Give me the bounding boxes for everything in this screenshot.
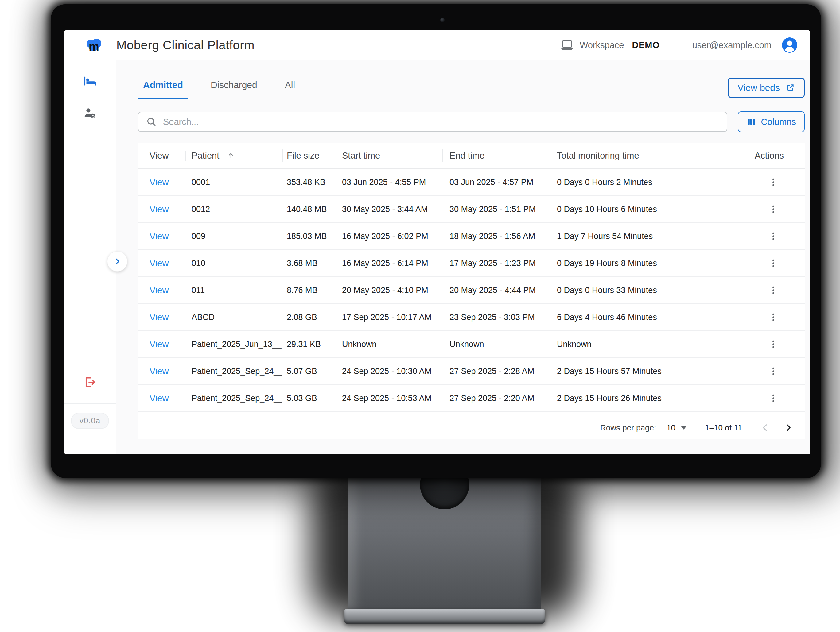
sidebar-bottom: v0.0a <box>64 375 116 454</box>
table-footer: Rows per page: 10 1–10 of 11 <box>138 416 805 439</box>
view-link[interactable]: View <box>150 258 169 268</box>
kebab-menu-icon <box>768 285 778 295</box>
end-time-cell: 03 Jun 2025 - 4:57 PM <box>442 178 549 187</box>
table-row: View Patient_2025_Jun_13__… 29.31 KB Unk… <box>138 331 805 358</box>
table-row: View 0012 140.48 MB 30 May 2025 - 3:44 A… <box>138 196 805 223</box>
row-actions-button[interactable] <box>766 282 781 298</box>
file-size-cell: 5.03 GB <box>283 394 335 403</box>
total-time-cell: 6 Days 4 Hours 46 Minutes <box>549 313 737 322</box>
search-row: Columns <box>138 111 805 132</box>
row-actions-button[interactable] <box>766 175 781 190</box>
sidebar-divider <box>64 403 116 404</box>
svg-text:m: m <box>89 40 99 52</box>
table-row: View 011 8.76 MB 20 May 2025 - 4:10 PM 2… <box>138 277 805 304</box>
main-content: Admitted Discharged All View beds <box>116 60 810 454</box>
view-link[interactable]: View <box>150 177 169 187</box>
table-row: View 010 3.68 MB 16 May 2025 - 6:14 PM 1… <box>138 250 805 277</box>
total-time-cell: 1 Day 7 Hours 54 Minutes <box>549 232 737 241</box>
monitor-stand-base <box>344 609 545 624</box>
view-link[interactable]: View <box>150 285 169 295</box>
search-box <box>138 112 727 132</box>
moberg-logo-icon: m <box>84 38 103 52</box>
rows-per-page-label: Rows per page: <box>600 423 656 433</box>
column-header-end-time[interactable]: End time <box>442 151 549 161</box>
app-header: m Moberg Clinical Platform Workspace DEM… <box>64 30 810 60</box>
total-time-cell: 0 Days 0 Hours 33 Minutes <box>549 285 737 295</box>
rows-per-page-select[interactable]: 10 <box>666 423 687 433</box>
table-row: View 009 185.03 MB 16 May 2025 - 6:02 PM… <box>138 223 805 250</box>
kebab-menu-icon <box>768 312 778 322</box>
chevron-right-icon <box>783 422 794 433</box>
bed-icon <box>83 74 97 88</box>
user-settings-icon <box>83 106 97 120</box>
kebab-menu-icon <box>768 177 778 188</box>
file-size-cell: 8.76 MB <box>283 285 335 295</box>
patient-cell: 011 <box>185 285 283 295</box>
file-size-cell: 3.68 MB <box>283 258 335 268</box>
column-header-patient-label: Patient <box>191 151 219 161</box>
version-badge: v0.0a <box>71 413 109 429</box>
patient-cell: 0012 <box>185 205 283 214</box>
column-header-file-size[interactable]: File size <box>283 151 335 161</box>
start-time-cell: 24 Sep 2025 - 10:53 AM <box>335 394 442 403</box>
partial-row <box>138 412 805 416</box>
column-header-total-time[interactable]: Total monitoring time <box>549 151 737 161</box>
user-avatar[interactable] <box>782 38 797 53</box>
search-input[interactable] <box>163 117 719 127</box>
sidebar-item-user-management[interactable] <box>83 106 97 120</box>
row-actions-button[interactable] <box>766 364 781 379</box>
row-actions-button[interactable] <box>766 229 781 244</box>
patients-table: View Patient File size Start time End ti… <box>138 143 805 439</box>
view-link[interactable]: View <box>150 393 169 403</box>
start-time-cell: Unknown <box>335 340 442 349</box>
row-actions-button[interactable] <box>766 391 781 406</box>
logout-button[interactable] <box>83 375 97 389</box>
table-row: View ABCD 2.08 GB 17 Sep 2025 - 10:17 AM… <box>138 304 805 331</box>
kebab-menu-icon <box>768 339 778 350</box>
pagination-range: 1–10 of 11 <box>705 423 742 433</box>
webcam-dot <box>440 18 445 22</box>
view-beds-label: View beds <box>737 82 780 93</box>
chevron-right-icon <box>113 257 122 266</box>
monitor-bezel: m Moberg Clinical Platform Workspace DEM… <box>51 4 821 478</box>
workspace-name: DEMO <box>632 40 660 50</box>
tab-discharged[interactable]: Discharged <box>205 80 262 99</box>
next-page-button[interactable] <box>782 421 796 435</box>
view-link[interactable]: View <box>150 204 169 214</box>
caret-down-icon <box>681 426 687 430</box>
patient-cell: ABCD <box>185 313 283 322</box>
row-actions-button[interactable] <box>766 255 781 271</box>
columns-button[interactable]: Columns <box>738 111 805 132</box>
end-time-cell: 17 May 2025 - 1:23 PM <box>442 258 549 268</box>
total-time-cell: 2 Days 15 Hours 26 Minutes <box>549 394 737 403</box>
sidebar-expand-button[interactable] <box>107 251 128 271</box>
kebab-menu-icon <box>768 204 778 214</box>
sort-ascending-icon <box>227 151 235 160</box>
view-link[interactable]: View <box>150 312 169 322</box>
column-header-view[interactable]: View <box>138 151 185 161</box>
total-time-cell: 0 Days 0 Hours 2 Minutes <box>549 178 737 187</box>
column-header-start-time[interactable]: Start time <box>335 151 442 161</box>
tab-admitted[interactable]: Admitted <box>138 80 188 99</box>
row-actions-button[interactable] <box>766 337 781 352</box>
tabs-row: Admitted Discharged All View beds <box>138 77 805 101</box>
columns-label: Columns <box>761 117 796 127</box>
end-time-cell: 18 May 2025 - 1:56 AM <box>442 232 549 241</box>
patient-cell: Patient_2025_Sep_24__… <box>185 367 283 376</box>
sidebar-item-beds[interactable] <box>83 74 97 88</box>
column-header-patient[interactable]: Patient <box>185 151 283 161</box>
view-link[interactable]: View <box>150 366 169 376</box>
logout-icon <box>83 375 97 389</box>
end-time-cell: Unknown <box>442 340 549 349</box>
file-size-cell: 2.08 GB <box>283 313 335 322</box>
view-beds-button[interactable]: View beds <box>728 77 805 98</box>
kebab-menu-icon <box>768 231 778 241</box>
row-actions-button[interactable] <box>766 202 781 217</box>
view-link[interactable]: View <box>150 339 169 349</box>
table-row: View Patient_2025_Sep_24__… 5.03 GB 24 S… <box>138 385 805 412</box>
row-actions-button[interactable] <box>766 310 781 325</box>
tab-all[interactable]: All <box>280 80 300 99</box>
previous-page-button[interactable] <box>758 421 772 435</box>
table-row: View Patient_2025_Sep_24__… 5.07 GB 24 S… <box>138 358 805 385</box>
view-link[interactable]: View <box>150 231 169 241</box>
